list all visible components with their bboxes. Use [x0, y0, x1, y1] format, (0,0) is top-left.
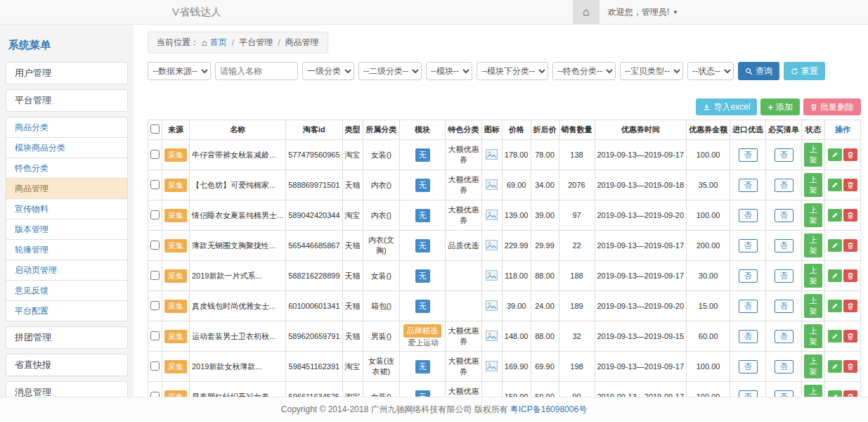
filter-select-item-type[interactable]: --宝贝类型--: [620, 62, 683, 80]
sidebar-item-promo-materials[interactable]: 宣传物料: [6, 199, 128, 219]
edit-button[interactable]: [828, 209, 842, 222]
must-buy-toggle[interactable]: 否: [775, 148, 793, 162]
filter-select-level1-category[interactable]: 一级分类: [302, 62, 354, 80]
status-button[interactable]: 上架: [804, 203, 822, 227]
status-button[interactable]: 上架: [804, 294, 822, 318]
delete-button[interactable]: [843, 239, 857, 252]
status-button[interactable]: 上架: [804, 173, 822, 197]
filter-select-module-subcategory[interactable]: --模块下分类--: [477, 62, 548, 80]
filter-select-status[interactable]: --状态--: [687, 62, 734, 80]
welcome-text: 欢迎您，管理员!: [608, 6, 669, 18]
import-select-toggle[interactable]: 否: [739, 390, 758, 397]
status-button[interactable]: 上架: [804, 385, 822, 397]
sidebar-item-express-report[interactable]: 省直快报: [6, 354, 128, 376]
sidebar-item-feedback[interactable]: 意见反馈: [6, 281, 128, 301]
must-buy-toggle[interactable]: 否: [775, 330, 793, 343]
sidebar-item-platform-management[interactable]: 平台管理: [6, 89, 128, 112]
cell-name: 早春网红针织开衫女春...: [190, 382, 286, 397]
select-all-checkbox[interactable]: [150, 124, 160, 134]
import-select-toggle[interactable]: 否: [739, 269, 758, 283]
name-search-input[interactable]: [215, 62, 298, 80]
status-button[interactable]: 上架: [804, 234, 822, 257]
cell-price: 39.00: [502, 291, 531, 321]
breadcrumb-home-link[interactable]: 首页: [210, 37, 227, 49]
batch-delete-button[interactable]: 批量删除: [803, 98, 861, 115]
status-button[interactable]: 上架: [804, 354, 822, 378]
edit-button[interactable]: [828, 269, 842, 282]
edit-button[interactable]: [828, 179, 842, 191]
import-select-toggle[interactable]: 否: [739, 360, 758, 373]
filter-select-module[interactable]: --模块--: [426, 62, 472, 80]
edit-button[interactable]: [828, 330, 842, 343]
status-button[interactable]: 上架: [804, 324, 822, 348]
cell-coupon-time: 2019-09-13—2019-09-20: [595, 200, 687, 231]
row-checkbox[interactable]: [150, 210, 160, 219]
edit-button[interactable]: [828, 390, 842, 397]
module-extra: 爱上运动: [408, 338, 439, 347]
edit-button[interactable]: [828, 360, 842, 373]
import-select-toggle[interactable]: 否: [739, 209, 758, 222]
row-checkbox[interactable]: [150, 271, 160, 280]
import-select-toggle[interactable]: 否: [739, 179, 758, 192]
table-row: 采集薄款无钢圈文胸聚拢性...565446685867天猫内衣(文胸)无品质优选…: [148, 231, 861, 261]
user-menu[interactable]: 欢迎您，管理员! ▼: [600, 6, 687, 18]
add-button[interactable]: +添加: [760, 98, 800, 115]
must-buy-toggle[interactable]: 否: [775, 360, 793, 373]
sidebar-item-message-management[interactable]: 消息管理: [6, 381, 128, 397]
delete-button[interactable]: [843, 390, 857, 397]
row-checkbox[interactable]: [150, 180, 160, 189]
cell-name: 牛仔背带裤女秋装减龄...: [190, 140, 286, 170]
sidebar-item-user-management[interactable]: 用户管理: [6, 62, 128, 84]
sidebar-item-carousel-management[interactable]: 轮播管理: [6, 240, 128, 260]
import-select-toggle[interactable]: 否: [739, 330, 758, 343]
sidebar-item-version-management[interactable]: 版本管理: [6, 219, 128, 240]
must-buy-toggle[interactable]: 否: [775, 300, 793, 313]
delete-button[interactable]: [843, 148, 857, 161]
table-row: 采集牛仔背带裤女秋装减龄...577479560965淘宝女装()无大额优惠券1…: [148, 140, 861, 170]
import-select-toggle[interactable]: 否: [739, 239, 758, 252]
import-excel-button[interactable]: 导入excel: [696, 98, 757, 115]
row-checkbox[interactable]: [150, 392, 160, 397]
row-checkbox[interactable]: [150, 150, 160, 159]
delete-button[interactable]: [843, 269, 857, 282]
import-select-toggle[interactable]: 否: [739, 148, 758, 162]
edit-button[interactable]: [828, 300, 842, 312]
delete-button[interactable]: [843, 179, 857, 191]
import-select-toggle[interactable]: 否: [739, 300, 758, 313]
row-checkbox[interactable]: [150, 331, 160, 340]
delete-button[interactable]: [843, 360, 857, 373]
icp-link[interactable]: 粤ICP备16098006号: [510, 404, 587, 416]
status-button[interactable]: 上架: [804, 143, 822, 167]
edit-button[interactable]: [828, 148, 842, 161]
sidebar-item-group-buy-management[interactable]: 拼团管理: [6, 326, 128, 349]
reset-button[interactable]: 重置: [784, 62, 825, 80]
home-button[interactable]: ⌂: [573, 0, 600, 24]
row-checkbox[interactable]: [150, 241, 160, 250]
must-buy-toggle[interactable]: 否: [775, 239, 793, 252]
sidebar-item-product-category[interactable]: 商品分类: [6, 117, 128, 138]
cell-type: 天猫: [342, 231, 363, 261]
delete-icon: [847, 181, 854, 189]
filter-select-level2-category[interactable]: --二级分类--: [358, 62, 422, 80]
cell-type: 天猫: [342, 291, 363, 321]
must-buy-toggle[interactable]: 否: [775, 209, 793, 222]
search-button[interactable]: 查询: [738, 62, 779, 80]
must-buy-toggle[interactable]: 否: [775, 269, 793, 283]
sidebar-item-splash-page-management[interactable]: 启动页管理: [6, 260, 128, 281]
must-buy-toggle[interactable]: 否: [775, 390, 793, 397]
status-button[interactable]: 上架: [804, 264, 822, 288]
sidebar-item-platform-config[interactable]: 平台配置: [6, 301, 128, 321]
filter-select-data-source[interactable]: --数据来源--: [148, 62, 211, 80]
filter-select-featured-category[interactable]: --特色分类--: [552, 62, 616, 80]
module-badge: 无: [415, 239, 430, 252]
delete-button[interactable]: [843, 330, 857, 343]
row-checkbox[interactable]: [150, 301, 160, 310]
sidebar-item-featured-category[interactable]: 特色分类: [6, 158, 128, 179]
delete-button[interactable]: [843, 209, 857, 222]
must-buy-toggle[interactable]: 否: [775, 179, 793, 192]
sidebar-item-module-product-category[interactable]: 模块商品分类: [6, 138, 128, 158]
row-checkbox[interactable]: [150, 362, 160, 371]
edit-button[interactable]: [828, 239, 842, 252]
sidebar-item-product-management[interactable]: 商品管理: [6, 179, 128, 199]
delete-button[interactable]: [843, 300, 857, 312]
